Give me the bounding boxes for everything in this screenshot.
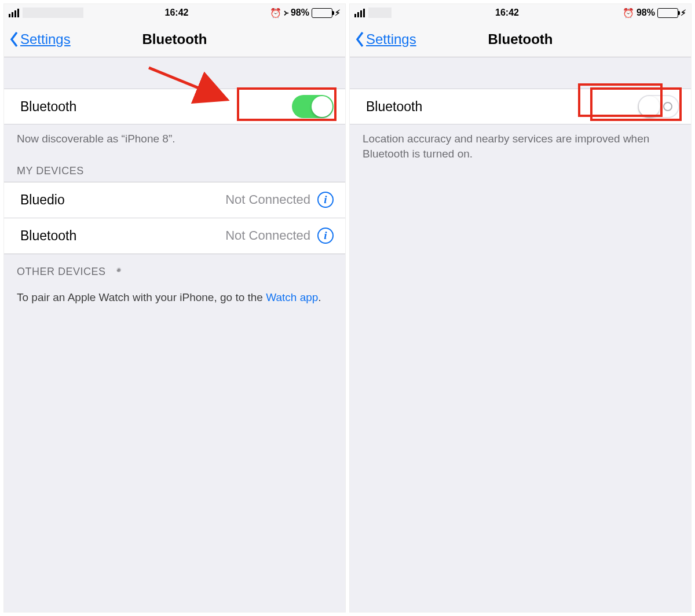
bluetooth-toggle-row: Bluetooth xyxy=(4,89,345,124)
bluetooth-icon: ᚛ xyxy=(284,8,288,18)
signal-icon xyxy=(9,9,19,17)
bluetooth-toggle[interactable] xyxy=(638,95,679,118)
back-label: Settings xyxy=(20,31,71,47)
bluetooth-row-label: Bluetooth xyxy=(20,99,76,115)
other-devices-label: OTHER DEVICES xyxy=(17,266,106,278)
watch-app-link[interactable]: Watch app xyxy=(266,291,318,303)
bluetooth-toggle[interactable] xyxy=(292,95,334,118)
signal-icon xyxy=(354,9,365,17)
carrier-placeholder xyxy=(23,8,83,18)
other-devices-header: OTHER DEVICES xyxy=(4,254,345,283)
device-row[interactable]: Bluedio Not Connected i xyxy=(4,182,345,218)
spinner-icon xyxy=(112,266,125,278)
phone-right: 16:42 ⏰ 98% ⚡︎ Settings Bluetooth Blueto… xyxy=(349,3,692,613)
charging-icon: ⚡︎ xyxy=(335,8,341,17)
info-icon[interactable]: i xyxy=(317,192,334,208)
chevron-left-icon xyxy=(356,31,365,47)
status-bar: 16:42 ⏰ ᚛ 98% ⚡︎ xyxy=(4,4,345,21)
back-label: Settings xyxy=(366,31,416,47)
pair-text: To pair an Apple Watch with your iPhone,… xyxy=(17,291,266,303)
status-bar: 16:42 ⏰ 98% ⚡︎ xyxy=(350,4,691,21)
back-button[interactable]: Settings xyxy=(356,31,416,47)
battery-percent: 98% xyxy=(637,8,655,18)
bluetooth-row-label: Bluetooth xyxy=(366,99,422,115)
nav-bar: Settings Bluetooth xyxy=(4,21,345,57)
my-devices-header: MY DEVICES xyxy=(4,153,345,182)
bluetooth-off-note: Location accuracy and nearby services ar… xyxy=(350,124,691,168)
alarm-icon: ⏰ xyxy=(623,8,634,19)
device-status: Not Connected xyxy=(225,228,310,243)
battery-icon xyxy=(657,8,678,18)
discoverable-text: Now discoverable as “iPhone 8”. xyxy=(4,124,345,153)
device-name: Bluedio xyxy=(20,192,65,208)
battery-percent: 98% xyxy=(291,8,309,18)
device-status: Not Connected xyxy=(225,192,310,207)
carrier-placeholder xyxy=(368,8,392,18)
pair-watch-note: To pair an Apple Watch with your iPhone,… xyxy=(4,283,345,312)
bluetooth-toggle-row: Bluetooth xyxy=(350,89,691,124)
info-icon[interactable]: i xyxy=(317,228,334,244)
alarm-icon: ⏰ xyxy=(270,8,281,19)
device-name: Bluetooth xyxy=(20,228,76,244)
status-time: 16:42 xyxy=(495,8,519,18)
chevron-left-icon xyxy=(10,31,19,47)
nav-bar: Settings Bluetooth xyxy=(350,21,691,57)
battery-icon xyxy=(312,8,332,18)
back-button[interactable]: Settings xyxy=(10,31,71,47)
charging-icon: ⚡︎ xyxy=(681,8,686,17)
phone-left: 16:42 ⏰ ᚛ 98% ⚡︎ Settings Bluetooth Blue… xyxy=(3,3,346,613)
device-row[interactable]: Bluetooth Not Connected i xyxy=(4,218,345,254)
pair-tail: . xyxy=(318,291,321,303)
status-time: 16:42 xyxy=(165,8,189,18)
device-list: Bluedio Not Connected i Bluetooth Not Co… xyxy=(4,182,345,254)
